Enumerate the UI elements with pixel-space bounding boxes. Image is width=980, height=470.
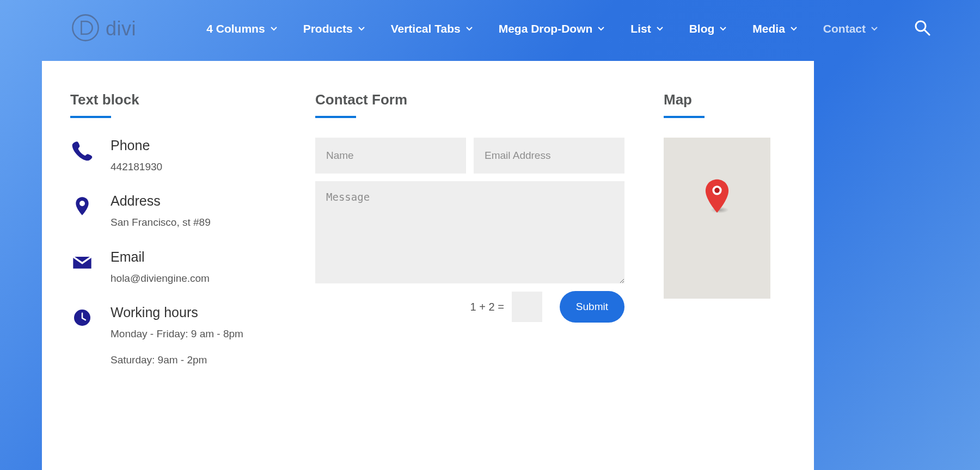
chevron-down-icon [466, 26, 473, 32]
map-title: Map [664, 91, 770, 108]
title-underline [315, 116, 356, 118]
blurb-hours-title: Working hours [111, 305, 243, 320]
chevron-down-icon [657, 26, 663, 32]
nav-contact[interactable]: Contact [823, 22, 878, 35]
divi-logo-icon [71, 13, 100, 45]
svg-line-2 [924, 30, 929, 35]
nav-label: Contact [823, 22, 866, 35]
nav-mega-drop-down[interactable]: Mega Drop-Down [499, 22, 605, 35]
site-header: divi 4 Columns Products Vertical Tabs [0, 0, 980, 61]
clock-icon [70, 305, 94, 368]
nav-products[interactable]: Products [303, 22, 365, 35]
blurb-phone: Phone 442181930 [70, 138, 300, 175]
submit-button[interactable]: Submit [560, 291, 624, 323]
nav-blog[interactable]: Blog [689, 22, 727, 35]
blurb-phone-value: 442181930 [111, 159, 162, 175]
email-field[interactable] [474, 138, 624, 174]
phone-icon [70, 138, 94, 175]
search-icon [914, 19, 931, 39]
site-logo[interactable]: divi [71, 13, 136, 45]
message-field[interactable] [315, 181, 624, 283]
blurb-hours: Working hours Monday - Friday: 9 am - 8p… [70, 305, 300, 368]
chevron-down-icon [358, 26, 365, 32]
nav-label: 4 Columns [206, 22, 265, 35]
chevron-down-icon [871, 26, 878, 32]
mail-icon [70, 249, 94, 286]
captcha-answer-field[interactable] [512, 292, 542, 322]
svg-point-6 [714, 188, 720, 193]
nav-label: Vertical Tabs [391, 22, 461, 35]
chevron-down-icon [791, 26, 797, 32]
dropdown-panel: Text block Phone 442181930 [42, 61, 814, 470]
search-button[interactable] [914, 20, 931, 38]
text-block-title: Text block [70, 91, 300, 108]
contact-form-title: Contact Form [315, 91, 624, 108]
captcha-question: 1 + 2 = [470, 301, 504, 313]
title-underline [664, 116, 705, 118]
blurb-hours-line2: Saturday: 9am - 2pm [111, 352, 243, 368]
map-pin-icon [70, 193, 94, 230]
blurb-email: Email hola@diviengine.com [70, 249, 300, 286]
title-underline [70, 116, 111, 118]
blurb-address-title: Address [111, 193, 211, 209]
nav-vertical-tabs[interactable]: Vertical Tabs [391, 22, 473, 35]
blurb-email-value: hola@diviengine.com [111, 270, 210, 286]
chevron-down-icon [271, 26, 277, 32]
chevron-down-icon [720, 26, 726, 32]
blurb-email-title: Email [111, 249, 210, 265]
blurb-hours-line1: Monday - Friday: 9 am - 8pm [111, 326, 243, 342]
nav-4-columns[interactable]: 4 Columns [206, 22, 277, 35]
map-widget[interactable] [664, 138, 770, 299]
nav-list[interactable]: List [630, 22, 663, 35]
nav-label: Mega Drop-Down [499, 22, 593, 35]
col-text-block: Text block Phone 442181930 [70, 91, 315, 459]
col-map: Map [664, 91, 786, 459]
nav-label: Blog [689, 22, 715, 35]
nav-label: Media [752, 22, 785, 35]
logo-text: divi [106, 17, 136, 40]
primary-nav: 4 Columns Products Vertical Tabs Mega Dr… [206, 20, 931, 38]
blurb-address-value: San Francisco, st #89 [111, 214, 211, 230]
nav-label: Products [303, 22, 353, 35]
chevron-down-icon [598, 26, 604, 32]
svg-point-0 [72, 15, 98, 40]
blurb-address: Address San Francisco, st #89 [70, 193, 300, 230]
blurb-phone-title: Phone [111, 138, 162, 153]
map-pin-icon [705, 179, 730, 214]
col-contact-form: Contact Form 1 + 2 = Submit [315, 91, 664, 459]
name-field[interactable] [315, 138, 466, 174]
nav-label: List [630, 22, 651, 35]
nav-media[interactable]: Media [752, 22, 797, 35]
